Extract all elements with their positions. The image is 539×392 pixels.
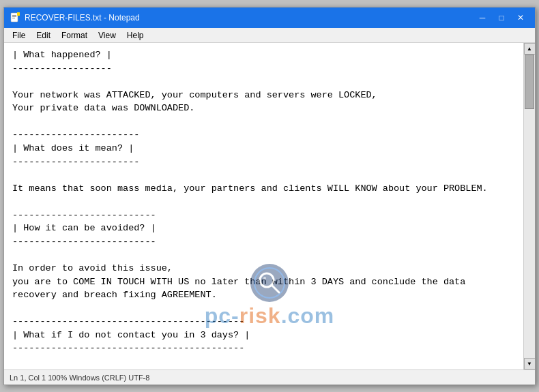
svg-rect-2 [12, 16, 16, 17]
scrollbar-vertical[interactable]: ▲ ▼ [523, 43, 535, 370]
scroll-thumb[interactable] [525, 55, 534, 109]
title-bar-buttons: ─ □ ✕ [474, 11, 529, 25]
menu-file[interactable]: File [7, 29, 31, 42]
status-bar: Ln 1, Col 1 100% Windows (CRLF) UTF-8 [4, 370, 535, 385]
menu-bar: File Edit Format View Help [4, 28, 535, 43]
notepad-window: RECOVER-FILES.txt - Notepad ─ □ ✕ File E… [3, 7, 536, 385]
scroll-down-arrow[interactable]: ▼ [524, 358, 536, 370]
close-button[interactable]: ✕ [512, 11, 529, 25]
svg-rect-0 [11, 13, 18, 22]
editor-area: | What happened? | ------------------ Yo… [4, 43, 535, 370]
minimize-button[interactable]: ─ [474, 11, 491, 25]
title-bar: RECOVER-FILES.txt - Notepad ─ □ ✕ [4, 7, 535, 28]
notepad-icon [10, 12, 20, 23]
text-editor[interactable]: | What happened? | ------------------ Yo… [4, 43, 523, 370]
menu-edit[interactable]: Edit [31, 29, 56, 42]
status-text: Ln 1, Col 1 100% Windows (CRLF) UTF-8 [10, 374, 149, 382]
svg-rect-4 [17, 12, 20, 16]
scroll-track[interactable] [524, 55, 535, 358]
maximize-button[interactable]: □ [493, 11, 510, 25]
menu-view[interactable]: View [93, 29, 121, 42]
scroll-up-arrow[interactable]: ▲ [524, 43, 536, 55]
menu-format[interactable]: Format [56, 29, 93, 42]
svg-rect-1 [12, 15, 16, 16]
menu-help[interactable]: Help [121, 29, 149, 42]
svg-rect-3 [12, 18, 15, 18]
title-bar-text: RECOVER-FILES.txt - Notepad [25, 13, 474, 22]
